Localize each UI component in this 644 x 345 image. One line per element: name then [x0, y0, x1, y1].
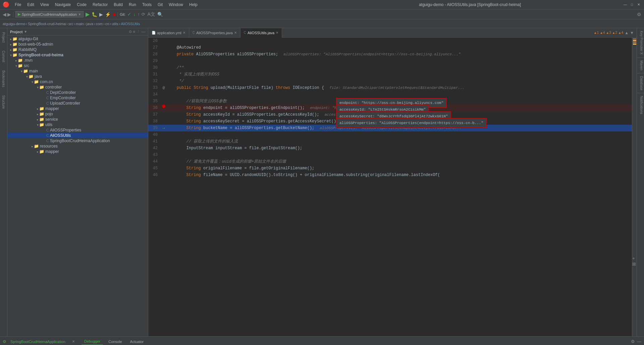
search-icon[interactable]: 🔍 — [157, 12, 163, 17]
debug-close-icon[interactable]: — — [637, 339, 641, 344]
tree-item-mapper[interactable]: ▸📁mapper — [7, 106, 148, 111]
close-tab-alioss-properties[interactable]: ✕ — [234, 31, 237, 35]
run-configuration-selector[interactable]: ▶ SpringBootCrudHeimaApplication ▼ — [15, 11, 84, 17]
tab-alioss-utils[interactable]: C AliOSSUtils.java ✕ — [240, 28, 282, 38]
notifications-panel[interactable]: Notifications — [637, 93, 644, 117]
tree-item-empcontroller[interactable]: CEmpController — [7, 95, 148, 101]
git-update-icon[interactable]: ↓ — [133, 12, 136, 17]
code-content-42[interactable]: InputStream inputStream = file.getInputS… — [167, 145, 632, 152]
tab-application-yml[interactable]: 📄 application.yml ✕ — [148, 28, 189, 38]
more-options-icon[interactable]: ⋮ — [137, 30, 140, 34]
code-content-46[interactable]: String fileName = UUID.randomUUID().toSt… — [167, 172, 632, 178]
key-promoter-x-panel[interactable]: Key Promoter X — [637, 28, 644, 58]
git-push-icon[interactable]: ↑ — [138, 12, 140, 17]
menu-navigate[interactable]: Navigate — [52, 2, 73, 8]
expand-icon[interactable]: ⊞ — [632, 262, 636, 267]
maven-panel[interactable]: Maven — [637, 58, 644, 73]
tree-item-rabbitmq[interactable]: ▸📁RabbitMQ — [7, 47, 148, 52]
tree-item-atguigu-git[interactable]: ▸📁atguigu-Git — [7, 36, 148, 42]
close-button[interactable]: ✕ — [636, 2, 641, 7]
code-content-32[interactable]: */ — [167, 78, 632, 84]
run-button[interactable]: ▶ — [86, 11, 90, 17]
tab-actuator[interactable]: Actuator — [127, 338, 147, 345]
breadcrumb-item-3[interactable]: main — [76, 22, 84, 26]
menu-edit[interactable]: Edit — [24, 2, 37, 8]
tree-item-utils[interactable]: ▾📁utils — [7, 122, 148, 127]
code-content-31[interactable]: * 实现上传图片到OSS — [167, 71, 632, 78]
structure-tool-button[interactable]: Structure — [1, 93, 6, 112]
tree-item-com-cn[interactable]: ▾📁com.cn — [7, 79, 148, 84]
code-content-33[interactable]: public String upload(MultipartFile file)… — [167, 84, 632, 91]
profile-button[interactable]: ⚡ — [105, 12, 111, 17]
tree-item-uploadcontroller[interactable]: CUploadController — [7, 101, 148, 106]
breadcrumb-item-4[interactable]: java — [87, 22, 93, 26]
minimize-button[interactable]: — — [623, 2, 628, 7]
project-tool-button[interactable]: Project — [1, 30, 6, 45]
close-panel-icon[interactable]: — — [142, 30, 145, 34]
tree-item-boot-web-05-admin[interactable]: ▸📁boot-web-05-admin — [7, 42, 148, 47]
menu-window[interactable]: Window — [166, 2, 186, 8]
code-content-27[interactable]: @Autowired — [167, 44, 632, 51]
tree-item-java[interactable]: ▾📁java — [7, 74, 148, 79]
close-tab-application-yml[interactable]: ✕ — [183, 31, 185, 35]
code-editor[interactable]: 2627 @Autowired28 private AliOSSProperti… — [148, 38, 637, 336]
collapse-all-icon[interactable]: ≡ — [133, 30, 135, 34]
locate-icon[interactable]: ⊙ — [129, 30, 132, 34]
close-tab-alioss-utils[interactable]: ✕ — [276, 31, 278, 35]
close-debug-session-icon[interactable]: ✕ — [72, 340, 75, 343]
run-with-coverage-button[interactable]: ▶ — [99, 12, 103, 17]
code-content-44[interactable]: // 避免文件覆盖：uuid生成的前缀+原始文件名的后缀 — [167, 158, 632, 165]
menu-code[interactable]: Code — [74, 2, 89, 8]
code-content-41[interactable]: // 获取上传的文件的输入流 — [167, 138, 632, 145]
tree-item-deptcontroller[interactable]: CDeptController — [7, 90, 148, 95]
tab-alioss-properties[interactable]: C AliOSSProperties.java ✕ — [189, 28, 240, 38]
breadcrumb-item-0[interactable]: atguigu-demo — [3, 22, 25, 26]
git-checkmark-icon[interactable]: ✓ — [127, 12, 131, 17]
code-content-28[interactable]: private AliOSSProperties aliOSSPropertie… — [167, 51, 632, 58]
tree-item-aliossutils[interactable]: CAliOSSUtils — [7, 133, 148, 138]
nav-back-icon[interactable]: ◀ — [3, 12, 6, 17]
breadcrumb-item-7[interactable]: utils — [112, 22, 118, 26]
tab-debugger[interactable]: Debugger — [82, 338, 103, 345]
tree-item-controller[interactable]: ▾📁controller — [7, 84, 148, 90]
breadcrumb-item-5[interactable]: com — [96, 22, 103, 26]
menu-tools[interactable]: Tools — [140, 2, 154, 8]
menu-refactor[interactable]: Refactor — [90, 2, 110, 8]
tree-item-aliossproperties[interactable]: CAliOSSProperties — [7, 127, 148, 133]
debug-settings-icon[interactable]: ⚙ — [631, 339, 635, 344]
stop-button[interactable]: ■ — [113, 12, 115, 17]
git-history-icon[interactable]: ⟳ — [142, 12, 145, 17]
scroll-top-icon[interactable]: ▼ — [630, 31, 634, 35]
menu-file[interactable]: File — [12, 2, 24, 8]
translate-icon[interactable]: A文 — [147, 11, 155, 17]
code-content-45[interactable]: String originalFilename = file.getOrigin… — [167, 165, 632, 172]
tab-console[interactable]: Console — [106, 338, 124, 345]
nav-forward-icon[interactable]: ▶ — [7, 12, 11, 17]
breadcrumb-item-6[interactable]: cn — [105, 22, 109, 26]
tree-item-springboot-crud-heima[interactable]: ▾📁SpringBoot-crud-heima — [7, 52, 148, 58]
tree-item-mapper[interactable]: ▸📁mapper — [7, 149, 148, 154]
tree-item-src[interactable]: ▾📁src — [7, 63, 148, 68]
tree-item-resources[interactable]: ▸📁resources — [7, 143, 148, 149]
breadcrumb-item-2[interactable]: src — [68, 22, 73, 26]
breadcrumb-item-1[interactable]: SpringBoot-crud-heima — [28, 22, 66, 26]
tree-item--mvn[interactable]: ▸📁.mvn — [7, 58, 148, 63]
menu-run[interactable]: Run — [126, 2, 139, 8]
menu-build[interactable]: Build — [111, 2, 125, 8]
add-watch-icon[interactable]: + — [632, 256, 636, 261]
code-content-30[interactable]: /** — [167, 64, 632, 71]
commit-tool-button[interactable]: Commit — [1, 48, 6, 65]
maximize-button[interactable]: □ — [629, 2, 635, 7]
menu-help[interactable]: Help — [186, 2, 200, 8]
tree-item-service[interactable]: ▸📁service — [7, 117, 148, 122]
debug-button[interactable]: 🐛 — [92, 12, 97, 17]
expand-gutter-icon[interactable]: ▲ — [625, 31, 629, 35]
menu-git[interactable]: Git — [155, 2, 165, 8]
tree-item-springbootcrudheimaapplication[interactable]: CSpringBootCrudHeimaApplication — [7, 138, 148, 143]
project-dropdown-icon[interactable]: ▼ — [24, 30, 27, 34]
bookmarks-tool-button[interactable]: Bookmarks — [1, 68, 6, 90]
tree-item-main[interactable]: ▾📁main — [7, 68, 148, 74]
database-panel[interactable]: Database — [637, 73, 644, 94]
menu-view[interactable]: View — [38, 2, 52, 8]
tree-item-pojo[interactable]: ▸📁pojo — [7, 111, 148, 117]
